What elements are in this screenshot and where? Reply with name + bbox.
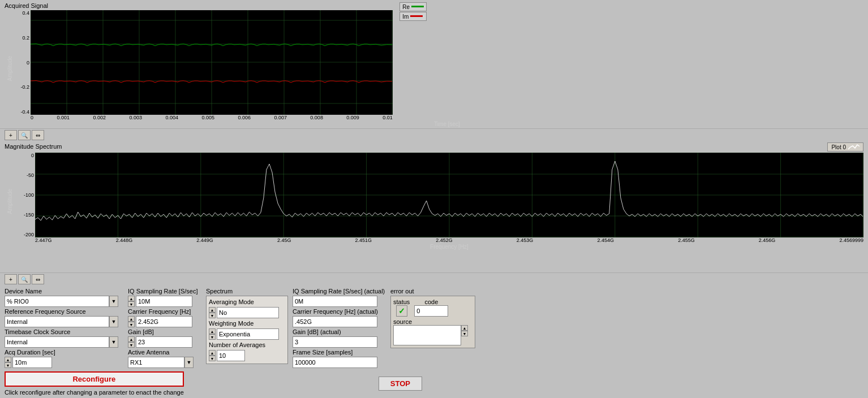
source-up[interactable]: ▲ [461,325,468,331]
weight-down[interactable]: ▼ [209,334,216,340]
active-antenna-label: Active Antenna [128,349,201,356]
re-label: Re [402,4,410,10]
spectrum-config-box: Averaging Mode ▲ ▼ Weighting Mode ▲ ▼ [206,296,288,364]
carrier-freq-label: Carrier Frequency [Hz] [128,308,201,315]
toolbar-strip-1: + 🔍 ⇔ [0,128,868,141]
legend-im-btn[interactable]: Im [399,12,427,21]
signal-plot-wrapper: Amplitude 0.4 0.2 0 -0.2 -0.4 [5,10,863,127]
zoom-plus-btn-2[interactable]: + [5,274,17,284]
avg-mode-spinner: ▲ ▼ [209,307,216,318]
avg-mode-up[interactable]: ▲ [209,307,216,313]
ref-freq-label: Reference Frequency Source [5,308,123,315]
stop-button[interactable]: STOP [379,377,422,391]
spectrum-y-axis: Amplitude [5,153,15,250]
active-antenna-input[interactable] [128,357,184,368]
reconfigure-button[interactable]: Reconfigure [5,371,184,387]
status-code-row: status ✓ code [393,298,472,317]
num-averages-input[interactable] [217,350,245,361]
device-name-input[interactable] [5,296,109,307]
acq-up[interactable]: ▲ [5,357,11,362]
svg-rect-1 [410,15,423,17]
gain-input[interactable] [136,336,192,348]
num-avg-up[interactable]: ▲ [209,350,216,356]
num-avg-spinner: ▲ ▼ [209,350,216,361]
gain-down[interactable]: ▼ [128,342,135,348]
signal-svg [31,10,393,115]
timebase-dropdown-arrow[interactable]: ▼ [109,336,118,348]
iq-rate-down[interactable]: ▼ [128,301,135,307]
gain-up[interactable]: ▲ [128,336,135,342]
spectrum-y-label: Amplitude [7,189,13,214]
zoom-reset-btn-1[interactable]: ⇔ [32,130,44,140]
weight-up[interactable]: ▲ [209,328,216,334]
main-container: Acquired Signal Re Im Amplitude [0,0,868,398]
acquired-signal-title: Acquired Signal [5,2,863,9]
legend-re-btn[interactable]: Re [399,2,427,11]
iq-rate-spinner: ▲ ▼ [128,296,135,307]
zoom-reset-btn-2[interactable]: ⇔ [32,274,44,284]
source-textarea[interactable] [393,325,461,345]
source-label: source [393,318,412,325]
plot-icon [848,144,860,150]
iq-sampling-label: IQ Sampling Rate [S/sec] [128,288,201,295]
carrier-freq-down[interactable]: ▼ [128,322,135,327]
carrier-freq-up[interactable]: ▲ [128,316,135,322]
spectrum-plot-area [35,153,863,237]
controls-row-main: Device Name ▼ Reference Frequency Source… [5,288,863,368]
acq-input[interactable] [12,357,52,368]
toolbar-strip-2: + 🔍 ⇔ [0,272,868,285]
error-out-box: status ✓ code source [390,296,475,348]
error-out-group: error out status ✓ code [390,288,475,348]
magnitude-spectrum-panel: Magnitude Spectrum Plot 0 Amplitude 0 -5… [0,141,868,272]
ref-freq-input[interactable] [5,316,109,327]
code-label: code [424,298,438,305]
device-group: Device Name ▼ Reference Frequency Source… [5,288,123,368]
iq-sampling-actual-group: IQ Sampling Rate [S/sec] (actual) Carrie… [293,288,386,368]
signal-y-label: Amplitude [7,56,13,81]
plot-0-btn[interactable]: Plot 0 [827,142,863,152]
averaging-mode-input[interactable] [217,307,279,318]
error-out-label: error out [390,288,475,295]
gain-label: Gain [dB] [128,328,201,335]
controls-area: Device Name ▼ Reference Frequency Source… [0,285,868,398]
action-row: Reconfigure Click reconfigure after chan… [5,371,863,396]
timebase-label: Timebase Clock Source [5,328,123,335]
carrier-freq-input[interactable] [136,316,192,327]
carrier-actual-input[interactable] [293,316,377,327]
ref-freq-dropdown-arrow[interactable]: ▼ [109,316,118,327]
im-label: Im [402,14,409,20]
zoom-fit-btn-2[interactable]: 🔍 [18,274,31,284]
num-averages-label: Number of Averages [209,341,285,348]
gain-spinner: ▲ ▼ [128,336,135,348]
spectrum-svg [35,153,863,237]
iq-actual-input[interactable] [293,296,377,307]
spectrum-header: Magnitude Spectrum Plot 0 [5,142,863,152]
spectrum-x-ticks: 2.447G 2.448G 2.449G 2.45G 2.451G 2.452G… [35,237,863,243]
zoom-plus-btn-1[interactable]: + [5,130,17,140]
iq-sampling-group: IQ Sampling Rate [S/sec] ▲ ▼ Carrier Fre… [128,288,201,368]
gain-actual-label: Gain [dB] (actual) [293,328,386,335]
spectrum-plot-wrapper: Amplitude 0 -50 -100 -150 -200 [5,153,863,250]
timebase-input[interactable] [5,336,109,348]
signal-plot-area [31,10,863,115]
device-name-dropdown-arrow[interactable]: ▼ [109,296,118,307]
acq-down[interactable]: ▼ [5,362,11,368]
num-avg-down[interactable]: ▼ [209,356,216,361]
avg-mode-down[interactable]: ▼ [209,313,216,318]
active-antenna-dropdown-arrow[interactable]: ▼ [184,357,194,368]
iq-rate-up[interactable]: ▲ [128,296,135,301]
im-icon [410,13,423,20]
weight-spinner: ▲ ▼ [209,328,216,340]
weighting-mode-input[interactable] [217,328,279,340]
y-tick-labels: 0.4 0.2 0 -0.2 -0.4 [15,10,31,115]
iq-rate-input[interactable] [136,296,192,307]
signal-x-label: Time [sec] [31,120,863,127]
hint-text: Click reconfigure after changing a param… [5,389,184,396]
frame-size-input[interactable] [293,357,377,368]
legend-area: Re Im [399,2,427,21]
source-down[interactable]: ▼ [461,331,468,336]
code-input[interactable] [414,305,448,317]
spectrum-config-label: Spectrum [206,288,288,295]
zoom-fit-btn-1[interactable]: 🔍 [18,130,31,140]
gain-actual-input[interactable] [293,336,377,348]
